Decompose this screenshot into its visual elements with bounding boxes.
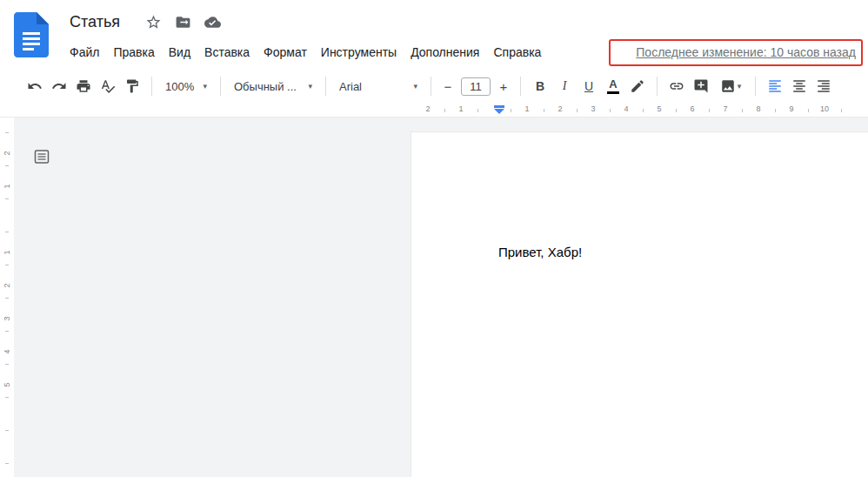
- align-right-icon: [816, 78, 831, 94]
- undo-button[interactable]: [23, 75, 47, 97]
- star-icon[interactable]: [144, 13, 162, 30]
- header: Статья Файл Правка Вид Вставка Формат Ин…: [0, 0, 868, 70]
- toolbar-separator: [431, 77, 431, 96]
- ruler-number: 4: [624, 104, 628, 113]
- toolbar-separator: [220, 77, 221, 96]
- add-comment-button[interactable]: [689, 75, 713, 97]
- move-folder-icon[interactable]: [174, 13, 191, 30]
- google-docs-app: Статья Файл Правка Вид Вставка Формат Ин…: [0, 0, 868, 477]
- ruler-number: 3: [3, 313, 11, 324]
- text-color-bar: [607, 91, 619, 94]
- ruler-number: 9: [789, 104, 793, 113]
- align-center-icon: [791, 78, 807, 94]
- document-area: 2 1 1 2 3 4 5 Привет, Хабр!: [0, 118, 868, 477]
- docs-logo[interactable]: [14, 12, 49, 57]
- bold-icon: B: [536, 79, 544, 93]
- bold-button[interactable]: B: [528, 75, 552, 97]
- insert-link-button[interactable]: [664, 75, 689, 97]
- print-icon: [76, 78, 91, 94]
- ruler-number: 1: [3, 247, 11, 258]
- paragraph-style-dropdown[interactable]: Обычный ... ▾: [228, 78, 318, 95]
- align-left-button[interactable]: [763, 75, 787, 97]
- redo-icon: [51, 78, 67, 94]
- underline-icon: U: [584, 79, 593, 93]
- align-right-button[interactable]: [811, 75, 836, 97]
- ruler-number: 5: [3, 380, 11, 390]
- spellcheck-button[interactable]: [96, 75, 120, 97]
- ruler-number: 10: [820, 104, 829, 113]
- document-text: Привет, Хабр!: [411, 132, 868, 259]
- ruler-number: 7: [723, 104, 727, 113]
- ruler-number: 2: [558, 104, 562, 113]
- highlight-color-button[interactable]: [625, 75, 650, 97]
- menu-item-insert[interactable]: Вставка: [197, 42, 257, 63]
- paint-format-button[interactable]: [120, 75, 144, 97]
- ruler-number: 8: [756, 104, 760, 113]
- highlighter-icon: [630, 78, 645, 94]
- font-size-decrease-button[interactable]: −: [438, 75, 457, 97]
- ruler-number: 2: [3, 280, 11, 291]
- docs-logo-icon: [14, 12, 49, 57]
- chevron-down-icon: ▾: [203, 82, 207, 91]
- redo-button[interactable]: [47, 75, 71, 97]
- insert-image-button[interactable]: ▾: [713, 75, 748, 97]
- ruler-number: 1: [3, 181, 11, 191]
- chevron-down-icon: ▾: [308, 82, 312, 91]
- document-title[interactable]: Статья: [63, 11, 125, 33]
- italic-button[interactable]: I: [552, 75, 577, 97]
- zoom-value: 100%: [165, 80, 194, 93]
- paint-format-icon: [124, 78, 140, 94]
- toolbar-separator: [325, 77, 326, 96]
- font-size-increase-button[interactable]: +: [494, 75, 513, 97]
- menu-item-edit[interactable]: Правка: [106, 42, 161, 63]
- print-button[interactable]: [71, 75, 96, 97]
- ruler-number: 6: [690, 104, 694, 113]
- left-indent-icon: [494, 109, 504, 114]
- underline-button[interactable]: U: [577, 75, 601, 97]
- text-color-button[interactable]: A: [601, 75, 625, 97]
- font-value: Arial: [339, 80, 362, 93]
- document-outline-icon: [34, 149, 50, 165]
- cloud-status-icon[interactable]: [204, 13, 221, 30]
- link-icon: [669, 78, 684, 94]
- ruler-number: 3: [591, 104, 595, 113]
- ruler-number: 2: [425, 104, 430, 113]
- menu-item-help[interactable]: Справка: [486, 42, 548, 63]
- menu-item-view[interactable]: Вид: [162, 42, 197, 63]
- ruler-number: 5: [657, 104, 661, 113]
- undo-icon: [27, 78, 43, 94]
- toolbar: 100% ▾ Обычный ... ▾ Arial ▾ − + B I: [0, 70, 868, 103]
- menu-item-tools[interactable]: Инструменты: [314, 42, 404, 63]
- toolbar-separator: [520, 77, 521, 96]
- ruler-number: 2: [3, 148, 11, 158]
- horizontal-ruler: 2 1 1 2 3 4 5 6 7 8 9 10: [0, 103, 868, 118]
- spellcheck-icon: [100, 78, 116, 94]
- menubar: Файл Правка Вид Вставка Формат Инструмен…: [63, 37, 868, 67]
- title-row: Статья: [63, 6, 868, 37]
- ruler-number: 1: [458, 104, 463, 113]
- align-center-button[interactable]: [787, 75, 811, 97]
- chevron-down-icon: ▾: [413, 82, 417, 91]
- first-line-indent-icon: [494, 105, 504, 108]
- toolbar-separator: [151, 77, 152, 96]
- last-edit-link[interactable]: Последнее изменение: 10 часов назад: [636, 45, 856, 59]
- image-icon: [720, 78, 736, 94]
- menu-item-addons[interactable]: Дополнения: [404, 42, 486, 63]
- menu-item-file[interactable]: Файл: [63, 42, 106, 63]
- font-dropdown[interactable]: Arial ▾: [333, 78, 424, 95]
- zoom-dropdown[interactable]: 100% ▾: [159, 78, 213, 95]
- toolbar-separator: [755, 77, 756, 96]
- font-size-input[interactable]: [461, 77, 491, 96]
- add-comment-icon: [693, 78, 709, 94]
- indent-marker[interactable]: [494, 105, 504, 114]
- menu-item-format[interactable]: Формат: [257, 42, 314, 63]
- ruler-number: 1: [524, 104, 529, 113]
- paragraph-style-value: Обычный ...: [234, 80, 297, 93]
- text-color-icon: A: [609, 79, 617, 90]
- vertical-ruler: 2 1 1 2 3 4 5: [0, 118, 14, 477]
- align-left-icon: [767, 78, 783, 94]
- document-page[interactable]: Привет, Хабр!: [411, 131, 868, 477]
- outline-button[interactable]: [31, 146, 52, 167]
- plus-icon: +: [500, 79, 508, 94]
- minus-icon: −: [444, 79, 452, 94]
